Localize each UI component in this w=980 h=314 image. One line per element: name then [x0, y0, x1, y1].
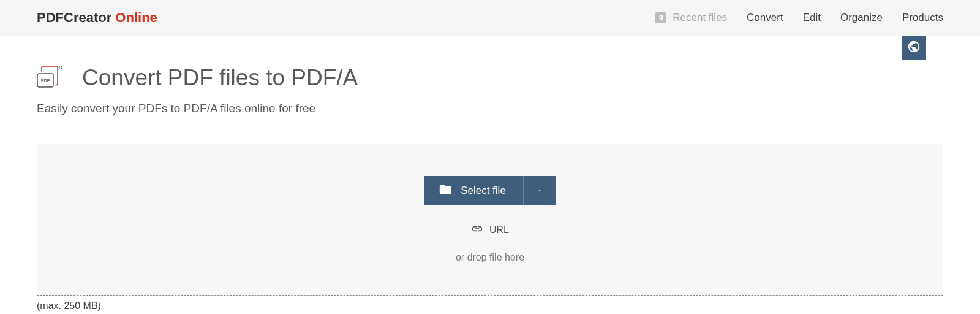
logo-online: Online [115, 10, 157, 25]
nav-convert[interactable]: Convert [747, 12, 783, 24]
page-subtitle: Easily convert your PDFs to PDF/A files … [37, 102, 943, 115]
page-title: Convert PDF files to PDF/A [82, 65, 358, 91]
nav: 0 Recent files Convert Edit Organize Pro… [655, 12, 943, 24]
logo-main: PDFCreator [37, 10, 115, 25]
header: PDFCreator Online 0 Recent files Convert… [0, 0, 980, 36]
recent-files-badge: 0 [655, 12, 666, 23]
select-file-group: Select file [424, 176, 556, 205]
recent-files-link[interactable]: 0 Recent files [655, 12, 727, 24]
select-file-button[interactable]: Select file [424, 176, 523, 205]
svg-text:PDF: PDF [41, 78, 50, 83]
main-content: PDF /A Convert PDF files to PDF/A Easily… [0, 36, 980, 312]
recent-files-label: Recent files [673, 12, 727, 24]
pdfa-icon: PDF /A [37, 65, 62, 91]
url-label: URL [489, 224, 509, 236]
title-row: PDF /A Convert PDF files to PDF/A [37, 65, 943, 91]
select-file-dropdown-button[interactable] [523, 176, 556, 205]
nav-organize[interactable]: Organize [840, 12, 883, 24]
link-icon [471, 223, 483, 237]
url-button[interactable]: URL [471, 223, 509, 237]
logo[interactable]: PDFCreator Online [37, 10, 157, 26]
chevron-down-icon [536, 186, 543, 196]
nav-products[interactable]: Products [902, 12, 943, 24]
max-size-text: (max. 250 MB) [37, 301, 943, 312]
folder-icon [439, 183, 452, 199]
dropzone[interactable]: Select file URL or drop file here [37, 144, 943, 296]
drop-hint-text: or drop file here [456, 252, 524, 263]
select-file-label: Select file [461, 185, 506, 197]
nav-edit[interactable]: Edit [803, 12, 821, 24]
svg-text:/A: /A [59, 65, 62, 71]
